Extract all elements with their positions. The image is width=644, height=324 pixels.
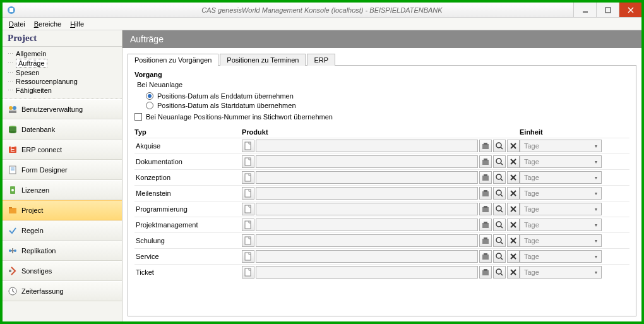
picker-icon[interactable] xyxy=(479,171,492,184)
menu-datei[interactable]: Datei xyxy=(5,19,29,29)
document-icon[interactable] xyxy=(242,155,254,168)
svg-rect-85 xyxy=(484,269,487,271)
clear-icon[interactable] xyxy=(507,266,520,279)
search-icon[interactable] xyxy=(493,140,506,152)
nav-item-datenbank[interactable]: Datenbank xyxy=(3,119,122,140)
tree-label: Spesen xyxy=(16,69,39,76)
document-icon[interactable] xyxy=(242,140,254,152)
nav-label: Project xyxy=(21,207,43,214)
clear-icon[interactable] xyxy=(507,171,520,184)
product-input[interactable] xyxy=(256,250,478,263)
tab-2[interactable]: ERP xyxy=(307,54,335,66)
svg-point-72 xyxy=(496,237,501,243)
maximize-button[interactable] xyxy=(596,3,619,17)
tree-item-spesen[interactable]: ⋯Spesen xyxy=(6,68,118,77)
unit-select[interactable]: Tage▾ xyxy=(520,219,602,231)
svg-rect-48 xyxy=(245,189,251,197)
document-icon[interactable] xyxy=(242,234,254,247)
picker-icon[interactable] xyxy=(479,219,492,231)
close-button[interactable] xyxy=(619,3,641,17)
cell-typ: Schulung xyxy=(134,237,242,244)
nav-item-project[interactable]: Project xyxy=(3,200,122,220)
tree-bullet-icon: ⋯ xyxy=(8,78,13,85)
product-input[interactable] xyxy=(256,266,478,279)
unit-select[interactable]: Tage▾ xyxy=(520,234,602,247)
picker-icon[interactable] xyxy=(479,250,492,263)
search-icon[interactable] xyxy=(493,171,506,184)
unit-select[interactable]: Tage▾ xyxy=(520,140,602,152)
table-row: AkquiseTage▾ xyxy=(134,138,629,153)
tab-1[interactable]: Positionen zu Terminen xyxy=(220,54,306,66)
menu-bereiche[interactable]: Bereiche xyxy=(30,19,65,29)
search-icon[interactable] xyxy=(493,219,506,231)
product-input[interactable] xyxy=(256,187,478,200)
nav-item-lizenzen[interactable]: Lizenzen xyxy=(3,180,122,200)
document-icon[interactable] xyxy=(242,266,254,279)
product-input[interactable] xyxy=(256,219,478,231)
unit-select[interactable]: Tage▾ xyxy=(520,203,602,215)
nav-item-benutzerverwaltung[interactable]: Benutzerverwaltung xyxy=(3,99,122,119)
search-icon[interactable] xyxy=(493,266,506,279)
unit-select[interactable]: Tage▾ xyxy=(520,187,602,200)
product-input[interactable] xyxy=(256,171,478,184)
checkbox-stichwort[interactable]: Bei Neuanlage Positions-Nummer ins Stich… xyxy=(134,113,629,121)
product-input[interactable] xyxy=(256,203,478,215)
tree-item-aufträge[interactable]: ⋯Aufträge xyxy=(6,58,118,68)
unit-select[interactable]: Tage▾ xyxy=(520,266,602,279)
svg-rect-70 xyxy=(482,239,489,244)
chevron-down-icon: ▾ xyxy=(595,207,597,212)
menu-hilfe[interactable]: Hilfe xyxy=(66,19,88,29)
document-icon[interactable] xyxy=(242,187,254,200)
nav-item-zeiterfassung[interactable]: Zeiterfassung xyxy=(3,281,122,301)
clear-icon[interactable] xyxy=(507,203,520,215)
tree-item-fähigkeiten[interactable]: ⋯Fähigkeiten xyxy=(6,86,118,95)
product-input[interactable] xyxy=(256,140,478,152)
clear-icon[interactable] xyxy=(507,250,520,263)
svg-point-21 xyxy=(9,249,11,252)
nav-item-erp-connect[interactable]: EERP connect xyxy=(3,140,122,160)
tree-bullet-icon: ⋯ xyxy=(8,60,13,66)
picker-icon[interactable] xyxy=(479,140,492,152)
unit-select[interactable]: Tage▾ xyxy=(520,171,602,184)
radio-startdatum[interactable]: Positions-Datum als Startdatum übernehme… xyxy=(146,102,629,109)
search-icon[interactable] xyxy=(493,155,506,168)
subheading: Bei Neuanlage xyxy=(137,81,629,88)
tree-bullet-icon: ⋯ xyxy=(8,69,13,76)
unit-select[interactable]: Tage▾ xyxy=(520,155,602,168)
search-icon[interactable] xyxy=(493,250,506,263)
product-input[interactable] xyxy=(256,234,478,247)
document-icon[interactable] xyxy=(242,171,254,184)
svg-point-44 xyxy=(496,174,501,179)
nav-item-replikation[interactable]: Replikation xyxy=(3,241,122,261)
clear-icon[interactable] xyxy=(507,155,520,168)
table-row: MeilensteinTage▾ xyxy=(134,185,629,201)
tab-0[interactable]: Positionen zu Vorgängen xyxy=(128,54,218,66)
picker-icon[interactable] xyxy=(479,203,492,215)
unit-select[interactable]: Tage▾ xyxy=(520,250,602,263)
search-icon[interactable] xyxy=(493,234,506,247)
clear-icon[interactable] xyxy=(507,219,520,231)
search-icon[interactable] xyxy=(493,203,506,215)
checkbox-label: Bei Neuanlage Positions-Nummer ins Stich… xyxy=(146,113,333,121)
minimize-button[interactable] xyxy=(573,3,596,17)
nav-icon xyxy=(8,104,18,114)
document-icon[interactable] xyxy=(242,219,254,231)
document-icon[interactable] xyxy=(242,203,254,215)
nav-item-sonstiges[interactable]: Sonstiges xyxy=(3,261,122,281)
clear-icon[interactable] xyxy=(507,234,520,247)
clear-icon[interactable] xyxy=(507,140,520,152)
picker-icon[interactable] xyxy=(479,266,492,279)
nav-item-regeln[interactable]: Regeln xyxy=(3,220,122,241)
tree-item-ressourcenplanung[interactable]: ⋯Ressourcenplanung xyxy=(6,77,118,86)
radio-enddatum[interactable]: Positions-Datum als Enddatum übernehmen xyxy=(146,92,629,100)
clear-icon[interactable] xyxy=(507,187,520,200)
product-input[interactable] xyxy=(256,155,478,168)
search-icon[interactable] xyxy=(493,187,506,200)
picker-icon[interactable] xyxy=(479,234,492,247)
chevron-down-icon: ▾ xyxy=(595,254,597,260)
document-icon[interactable] xyxy=(242,250,254,263)
picker-icon[interactable] xyxy=(479,187,492,200)
picker-icon[interactable] xyxy=(479,155,492,168)
tree-item-allgemein[interactable]: ⋯Allgemein xyxy=(6,49,118,58)
nav-item-form-designer[interactable]: Form Designer xyxy=(3,160,122,180)
